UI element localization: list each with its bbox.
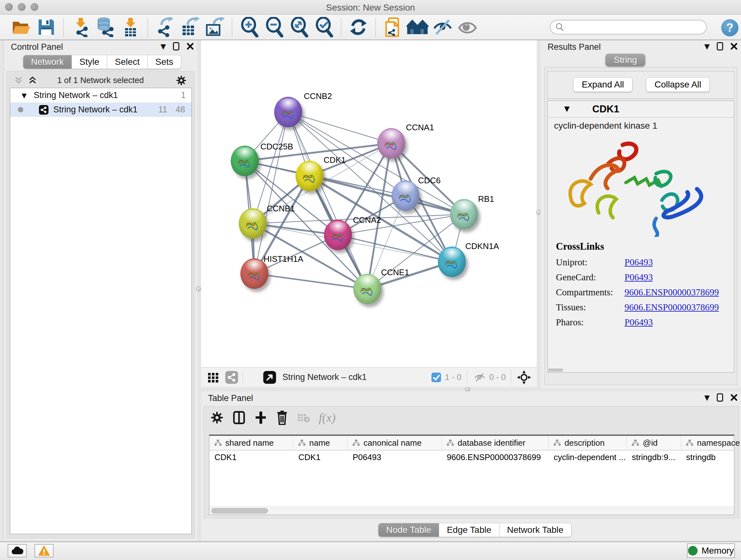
table-row[interactable]: CDK1CDK1P064939606.ENSP00000378699cyclin… [209, 450, 734, 464]
import-network-database-button[interactable] [93, 16, 118, 39]
crosslink-link[interactable]: P06493 [624, 317, 653, 327]
help-button[interactable]: ? [721, 19, 738, 37]
panel-float-icon[interactable] [717, 42, 723, 51]
column-header-namespace[interactable]: namespace [681, 436, 741, 450]
tab-node-table[interactable]: Node Table [378, 523, 439, 537]
expand-collapse-box: Expand All Collapse All [547, 71, 734, 99]
tree-expand-icon[interactable]: ▼ [22, 91, 26, 99]
crosslink-link[interactable]: 9606.ENSP00000378699 [624, 287, 719, 298]
network-node-rb1[interactable] [450, 199, 478, 230]
show-columns-icon[interactable] [232, 411, 246, 425]
gear-icon[interactable] [176, 75, 187, 86]
network-node-ccnb1[interactable] [239, 208, 267, 239]
column-header-canonical-name[interactable]: canonical name [347, 436, 442, 450]
selected-checkbox-icon[interactable] [431, 372, 442, 383]
level-of-detail-button[interactable] [455, 16, 480, 39]
network-row-selected[interactable]: String Network – cdk1 11 48 [10, 103, 192, 117]
export-image-button[interactable] [202, 16, 227, 39]
zoom-out-button[interactable] [262, 16, 286, 39]
network-node-ccna2[interactable] [324, 220, 352, 250]
column-header-id[interactable]: @id [627, 436, 681, 450]
network-node-cdk1[interactable] [295, 161, 324, 191]
title-bar: Session: New Session [0, 0, 741, 15]
column-header-description[interactable]: description [549, 436, 627, 450]
column-header-database-identifier[interactable]: database identifier [442, 436, 549, 450]
tab-network[interactable]: Network [23, 55, 72, 69]
crosslink-link[interactable]: P06493 [624, 257, 653, 267]
horizontal-splitter-handle[interactable] [465, 387, 470, 392]
warnings-button[interactable] [35, 544, 54, 557]
table-settings-gear-icon[interactable] [210, 411, 224, 424]
string-query-button[interactable] [405, 16, 430, 39]
network-node-cdc6[interactable] [392, 180, 420, 211]
export-table-button[interactable] [178, 16, 202, 39]
panel-float-icon[interactable] [717, 393, 723, 401]
zoom-fit-button[interactable] [286, 16, 312, 39]
network-mode-icon[interactable] [225, 370, 239, 384]
network-collection-row[interactable]: ▼ String Network – cdk1 1 [10, 88, 192, 103]
search-input[interactable] [564, 21, 706, 34]
zoom-in-button[interactable] [237, 16, 262, 39]
houses-icon [407, 19, 429, 36]
gene-section-scrollbar[interactable] [548, 368, 563, 372]
memory-button[interactable]: Memory [687, 543, 735, 558]
edge-count: 48 [176, 105, 185, 115]
open-session-button[interactable] [9, 16, 34, 39]
hscrollbar-thumb[interactable] [211, 508, 268, 514]
collapsed-panel-strip[interactable] [0, 40, 4, 540]
import-network-file-button[interactable] [68, 16, 93, 39]
panel-menu-icon[interactable]: ▼ [704, 394, 710, 401]
network-node-ccne1[interactable] [353, 273, 381, 304]
hidden-eye-icon[interactable] [473, 372, 486, 383]
crosslink-link[interactable]: P06493 [624, 272, 653, 283]
left-splitter-handle[interactable] [196, 287, 201, 292]
column-header-shared-name[interactable]: shared name [209, 436, 293, 450]
import-table-file-button[interactable] [118, 16, 143, 39]
export-network-button[interactable] [152, 16, 178, 39]
duplicate-network-button[interactable] [381, 16, 405, 39]
tab-network-table[interactable]: Network Table [499, 523, 571, 537]
network-node-cdc25b[interactable] [231, 145, 259, 176]
birds-eye-view-icon[interactable] [263, 370, 277, 384]
column-header-name[interactable]: name [293, 436, 347, 450]
network-node-ccna1[interactable] [377, 128, 405, 159]
toolbar-separator [147, 18, 148, 37]
crosshair-icon[interactable] [516, 370, 532, 385]
grid-mode-icon[interactable] [207, 371, 219, 384]
refresh-view-button[interactable] [346, 16, 371, 39]
panel-float-icon[interactable] [173, 42, 179, 51]
delete-column-trash-icon[interactable] [276, 410, 288, 425]
network-tree: ▼ String Network – cdk1 1 String Network… [10, 88, 192, 534]
crosslink-row: Uniprot:P06493 [556, 255, 719, 270]
collapse-all-button[interactable]: Collapse All [646, 77, 710, 92]
save-session-button[interactable] [34, 16, 59, 39]
expand-all-button[interactable]: Expand All [573, 77, 632, 92]
column-header-label: database identifier [458, 438, 525, 448]
network-manager-panel: 1 of 1 Network selected ▼ String Network… [6, 71, 195, 538]
tab-string[interactable]: String [605, 54, 645, 66]
results-panel-title: Results Panel [548, 42, 601, 52]
panel-menu-icon[interactable]: ▼ [160, 43, 166, 51]
zoom-selected-button[interactable] [312, 16, 336, 39]
tab-sets[interactable]: Sets [148, 55, 181, 69]
panel-close-icon[interactable] [186, 43, 194, 50]
panel-close-icon[interactable] [730, 43, 738, 50]
hide-selected-button[interactable] [430, 16, 455, 39]
gene-section-header[interactable]: ▼ CDK1 [548, 101, 734, 118]
network-nodes-layer: CCNB2CCNA1CDC25BCDK1CDC6RB1CCNB1CCNA2CDK… [201, 40, 537, 367]
import-table-icon [121, 17, 140, 37]
column-header-label: name [309, 438, 330, 448]
tab-edge-table[interactable]: Edge Table [439, 523, 499, 537]
gene-collapse-icon[interactable]: ▼ [564, 105, 569, 113]
network-node-ccnb2[interactable] [274, 97, 302, 127]
crosslink-row: Tissues:9606.ENSP00000378699 [556, 300, 719, 315]
add-column-icon[interactable] [254, 411, 267, 425]
tab-style[interactable]: Style [72, 55, 107, 69]
network-canvas[interactable]: CCNB2CCNA1CDC25BCDK1CDC6RB1CCNB1CCNA2CDK… [201, 40, 537, 367]
network-node-cdkn1a[interactable] [438, 246, 466, 277]
cloud-status-button[interactable] [8, 544, 27, 557]
panel-menu-icon[interactable]: ▼ [704, 43, 710, 51]
crosslink-link[interactable]: 9606.ENSP00000378699 [624, 302, 719, 313]
tab-select[interactable]: Select [107, 55, 148, 69]
panel-close-icon[interactable] [730, 394, 738, 401]
